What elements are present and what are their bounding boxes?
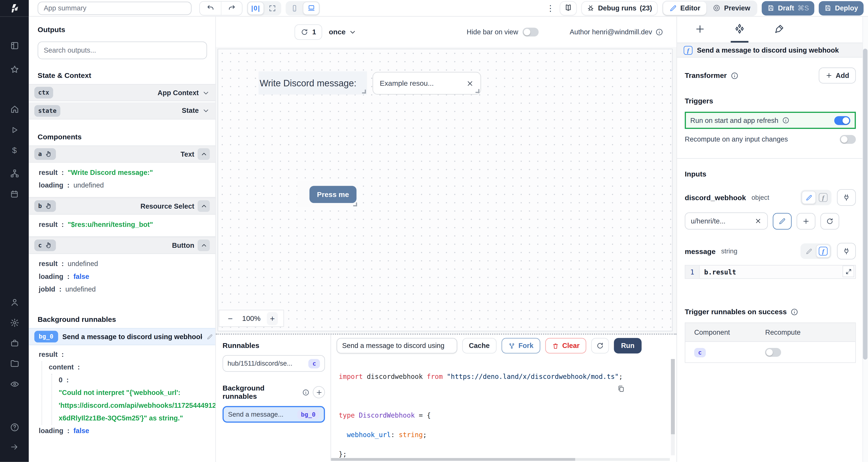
info-icon[interactable] bbox=[731, 72, 738, 79]
component-row-b[interactable]: b Resource Select bbox=[29, 198, 215, 214]
ctx-badge: ctx bbox=[38, 89, 49, 96]
folders-icon[interactable] bbox=[8, 357, 21, 370]
run-on-start-toggle[interactable] bbox=[834, 116, 850, 125]
resize-handle[interactable] bbox=[353, 202, 357, 206]
resource-select-component-b[interactable]: Example resou... bbox=[373, 72, 481, 95]
run-button[interactable]: Run bbox=[614, 338, 642, 353]
recompute-c-toggle[interactable] bbox=[765, 348, 781, 357]
chevron-down-icon[interactable] bbox=[202, 89, 210, 97]
deploy-button[interactable]: Deploy bbox=[819, 1, 864, 15]
apps-icon[interactable] bbox=[8, 39, 21, 52]
pencil-icon[interactable] bbox=[207, 333, 213, 340]
info-icon[interactable] bbox=[655, 28, 663, 36]
fullscreen-icon[interactable] bbox=[264, 1, 281, 15]
favorites-star-icon[interactable] bbox=[8, 63, 21, 75]
resize-handle[interactable] bbox=[475, 89, 479, 93]
schedules-calendar-icon[interactable] bbox=[8, 188, 21, 200]
mobile-view-icon[interactable] bbox=[286, 1, 303, 15]
resource-select[interactable]: u/henri/te... bbox=[685, 212, 768, 230]
runs-play-icon[interactable] bbox=[8, 124, 21, 136]
add-transformer-button[interactable]: Add bbox=[818, 67, 856, 84]
redo-button[interactable] bbox=[221, 1, 242, 15]
chevron-up-icon bbox=[200, 202, 207, 209]
debug-runs-button[interactable]: Debug runs (23) bbox=[582, 1, 658, 15]
jobs-briefcase-icon[interactable] bbox=[8, 337, 21, 349]
resize-handle[interactable] bbox=[362, 90, 366, 93]
users-icon[interactable] bbox=[8, 296, 21, 308]
tab-insert-plus-icon[interactable] bbox=[691, 16, 709, 42]
collapse-toggle[interactable] bbox=[198, 239, 210, 251]
component-row-c[interactable]: c Button bbox=[29, 237, 215, 254]
info-icon[interactable] bbox=[790, 308, 799, 316]
help-icon[interactable] bbox=[8, 421, 21, 433]
component-row-a[interactable]: a Text bbox=[29, 145, 215, 163]
desktop-view-icon[interactable] bbox=[303, 1, 319, 15]
zoom-in-button[interactable]: + bbox=[267, 311, 278, 325]
center-content-toggle[interactable]: |0| bbox=[248, 1, 264, 15]
expand-editor-icon[interactable] bbox=[842, 265, 854, 277]
settings-gear-icon[interactable] bbox=[8, 317, 21, 329]
message-expression-editor[interactable]: 1 b.result bbox=[685, 265, 856, 279]
inspector-scrollbar[interactable] bbox=[862, 16, 868, 462]
app-summary-input[interactable] bbox=[38, 1, 191, 15]
more-menu-icon[interactable]: ⋮ bbox=[545, 3, 555, 13]
collapse-toggle[interactable] bbox=[198, 148, 210, 160]
info-icon[interactable] bbox=[782, 117, 789, 124]
code-horizontal-scrollbar[interactable] bbox=[331, 458, 670, 461]
recompute-toggle[interactable] bbox=[840, 135, 856, 144]
resources-icon[interactable] bbox=[8, 167, 21, 179]
add-background-runnable-button[interactable] bbox=[313, 386, 325, 398]
connect-plug-icon[interactable] bbox=[837, 243, 856, 259]
tab-styling-brush-icon[interactable] bbox=[771, 16, 787, 42]
runnable-name-input[interactable] bbox=[337, 338, 457, 353]
variables-dollar-icon[interactable]: $ bbox=[8, 144, 21, 156]
text-component-a[interactable]: Write Discord message: bbox=[258, 71, 367, 95]
static-pencil-icon[interactable] bbox=[802, 244, 816, 258]
add-resource-plus-icon[interactable] bbox=[797, 212, 815, 229]
search-outputs-input[interactable] bbox=[38, 41, 207, 59]
cache-button[interactable]: Cache bbox=[462, 338, 496, 353]
center-column: 1 once Hide bar on view Author henri@win… bbox=[216, 16, 676, 462]
clear-x-icon[interactable] bbox=[754, 218, 762, 225]
tab-editor[interactable]: Editor bbox=[663, 1, 706, 15]
connect-plug-icon[interactable] bbox=[837, 189, 856, 206]
transformer-title: Transformer bbox=[685, 71, 727, 79]
zoom-out-button[interactable]: − bbox=[225, 314, 236, 323]
undo-button[interactable] bbox=[200, 1, 221, 15]
clear-x-icon[interactable] bbox=[466, 79, 474, 87]
static-pencil-icon[interactable] bbox=[802, 191, 816, 204]
edit-resource-pencil-icon[interactable] bbox=[773, 212, 792, 229]
fork-button[interactable]: Fork bbox=[501, 338, 540, 353]
info-icon[interactable] bbox=[302, 389, 309, 396]
app-canvas[interactable]: Write Discord message: Example resou... … bbox=[216, 47, 676, 333]
draft-button[interactable]: Draft ⌘S bbox=[762, 1, 814, 15]
canvas-artboard[interactable]: Write Discord message: Example resou... … bbox=[218, 48, 673, 331]
windmill-logo-icon[interactable] bbox=[0, 0, 29, 16]
runnable-item-c[interactable]: hub/1511/discord/se... c bbox=[223, 355, 325, 372]
audit-eye-icon[interactable] bbox=[8, 378, 21, 390]
collapse-arrow-icon[interactable] bbox=[8, 441, 21, 453]
output-row-state[interactable]: state State bbox=[29, 102, 215, 120]
frequency-dropdown[interactable]: once bbox=[329, 28, 356, 36]
runnable-item-bg0[interactable]: Send a message... bg_0 bbox=[223, 406, 325, 423]
tab-preview[interactable]: Preview bbox=[707, 1, 756, 15]
refresh-count-box[interactable]: 1 bbox=[294, 24, 322, 39]
docs-button[interactable] bbox=[560, 1, 577, 15]
refresh-resource-icon[interactable] bbox=[820, 212, 839, 229]
chevron-down-icon[interactable] bbox=[202, 107, 210, 114]
copy-code-icon[interactable] bbox=[617, 366, 665, 412]
column-recompute: Recompute bbox=[765, 328, 801, 336]
hide-bar-toggle[interactable] bbox=[523, 27, 539, 36]
home-icon[interactable] bbox=[8, 103, 21, 115]
background-runnable-row-bg0[interactable]: bg_0 Send a message to discord using web… bbox=[29, 328, 215, 345]
tab-component-settings-icon[interactable] bbox=[731, 16, 748, 42]
eval-function-icon[interactable]: f bbox=[816, 244, 830, 258]
reload-button[interactable] bbox=[591, 338, 609, 353]
code-vertical-scrollbar[interactable] bbox=[671, 359, 675, 455]
press-me-button[interactable]: Press me bbox=[309, 186, 356, 203]
clear-button[interactable]: Clear bbox=[545, 338, 586, 353]
code-area[interactable]: import discordwebhook from "https://deno… bbox=[331, 357, 677, 461]
eval-function-icon[interactable]: f bbox=[816, 191, 830, 204]
output-row-ctx[interactable]: ctx App Context bbox=[29, 84, 215, 101]
collapse-toggle[interactable] bbox=[198, 200, 210, 212]
